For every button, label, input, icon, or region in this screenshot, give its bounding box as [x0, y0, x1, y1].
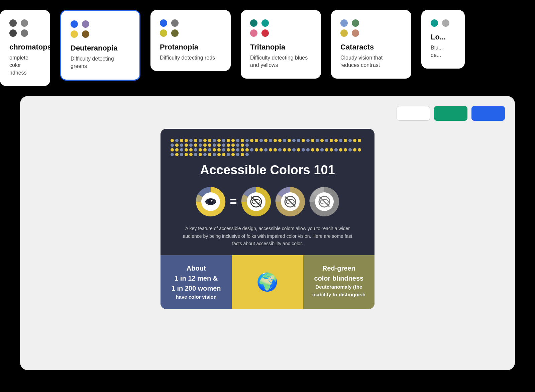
pattern-dot [175, 143, 179, 147]
card-title-achromatopsia: chromatopsia [9, 43, 41, 52]
pattern-dot [288, 139, 291, 142]
pattern-dot [222, 143, 225, 147]
pattern-dot [274, 139, 277, 142]
pattern-dot [325, 139, 328, 142]
pattern-dot [227, 153, 230, 156]
pattern-dot [241, 139, 244, 142]
vision-card-tritanopia[interactable]: Tritanopia Difficulty detecting blues an… [241, 10, 321, 79]
pattern-dot [334, 148, 338, 152]
pattern-dot [199, 153, 202, 156]
pattern-dot [236, 139, 239, 142]
pattern-dot [208, 153, 211, 156]
vision-card-cataracts[interactable]: Cataracts Cloudy vision that reduces con… [331, 10, 411, 79]
pattern-dot [222, 153, 225, 156]
pattern-dot [199, 148, 202, 152]
dot [250, 19, 257, 27]
card-title-low-vision: Lo... [431, 33, 455, 41]
info-card-red-green: Red-greencolor blindnessDeuteranomaly (t… [303, 255, 374, 309]
equals-sign: = [230, 195, 237, 209]
pattern-dot [171, 143, 174, 147]
pattern-dot [241, 148, 244, 152]
pattern-dot [203, 153, 207, 156]
pattern-dot [213, 148, 216, 152]
pattern-dot [171, 148, 174, 152]
pattern-dot [175, 153, 179, 156]
pattern-dot [339, 148, 342, 152]
pattern-dot [189, 139, 193, 142]
pattern-dot [274, 148, 277, 152]
pattern-dot [250, 139, 253, 142]
card-title-tritanopia: Tritanopia [250, 43, 312, 52]
dot [160, 29, 167, 37]
pattern-dot [236, 148, 239, 152]
info-card-text-red-green: Red-greencolor blindnessDeuteranomaly (t… [310, 263, 368, 298]
vision-card-protanopia[interactable]: Protanopia Difficulty detecting reds [150, 10, 231, 71]
pattern-dot [227, 148, 230, 152]
pattern-dot [348, 139, 352, 142]
pattern-dot [292, 139, 296, 142]
infographic-body-text: A key feature of accessible design, acce… [171, 225, 364, 255]
pattern-dot [320, 139, 324, 142]
pattern-dot [222, 148, 225, 152]
dots-grid [9, 19, 29, 37]
dot [171, 29, 179, 37]
info-card-globe: 🌍 [232, 255, 303, 309]
card-desc-deuteranopia: Difficulty detecting greens [71, 55, 130, 70]
dot [442, 19, 449, 27]
pattern-dot [199, 143, 202, 147]
color-swatch-white[interactable] [397, 106, 430, 121]
card-desc-tritanopia: Difficulty detecting blues and yellows [250, 54, 312, 69]
pattern-dot [203, 148, 207, 152]
dot [250, 29, 257, 37]
cards-row: chromatopsia omplete colorndness Deutera… [0, 0, 535, 96]
dot [160, 19, 167, 27]
color-swatch-blue[interactable] [471, 106, 505, 121]
pattern-dot [231, 153, 235, 156]
pattern-dot [208, 139, 211, 142]
toolbar [30, 106, 505, 121]
card-title-protanopia: Protanopia [160, 43, 221, 52]
pattern-dot [231, 139, 235, 142]
info-card-statistics: About1 in 12 men &1 in 200 womenhave col… [160, 255, 232, 309]
dot [71, 20, 78, 28]
card-desc-protanopia: Difficulty detecting reds [160, 54, 221, 62]
pattern-dot [245, 153, 249, 156]
pattern-dot [245, 143, 249, 147]
dots-grid [340, 19, 360, 37]
dot-row-2 [171, 148, 364, 156]
pattern-dot [278, 148, 282, 152]
pattern-dot [297, 148, 300, 152]
dot-pattern [171, 139, 364, 156]
dots-grid [71, 20, 91, 38]
vision-card-achromatopsia[interactable]: chromatopsia omplete colorndness [0, 10, 50, 86]
pattern-dot [264, 139, 268, 142]
pattern-dot [320, 148, 324, 152]
pattern-dot [269, 148, 272, 152]
pattern-dot [245, 139, 249, 142]
pattern-dot [208, 143, 211, 147]
pattern-dot [203, 143, 207, 147]
pattern-dot [255, 148, 258, 152]
eye-blocked-1 [241, 187, 271, 217]
card-title-deuteranopia: Deuteranopia [71, 44, 130, 53]
pattern-dot [171, 153, 174, 156]
pattern-dot [241, 153, 244, 156]
pattern-dot [236, 143, 239, 147]
svg-point-3 [208, 199, 213, 204]
pattern-dot [348, 148, 352, 152]
vision-card-low-vision[interactable]: Lo... Blu...de... [421, 10, 465, 69]
dot [82, 30, 89, 38]
pattern-dot [227, 139, 230, 142]
color-swatch-green[interactable] [434, 106, 467, 121]
pattern-dot [231, 143, 235, 147]
info-card-text-statistics: About1 in 12 men &1 in 200 womenhave col… [167, 263, 225, 301]
eye-blocked-3-svg [309, 187, 339, 217]
pattern-dot [185, 148, 188, 152]
vision-card-deuteranopia[interactable]: Deuteranopia Difficulty detecting greens [60, 10, 140, 81]
pattern-dot [306, 139, 310, 142]
dots-grid [431, 19, 451, 27]
dot [352, 29, 359, 37]
pattern-dot [180, 153, 183, 156]
card-desc-achromatopsia: omplete colorndness [9, 54, 41, 77]
pattern-dot [213, 153, 216, 156]
